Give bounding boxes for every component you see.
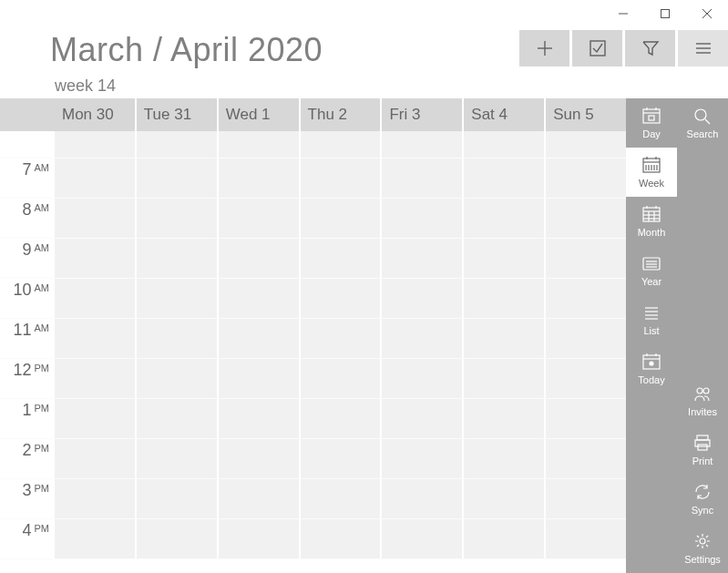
- calendar-cell[interactable]: [301, 239, 383, 278]
- calendar-cell[interactable]: [301, 479, 383, 518]
- calendar-cell[interactable]: [464, 319, 546, 358]
- menu-button[interactable]: [678, 30, 728, 67]
- calendar-cell[interactable]: [382, 399, 464, 438]
- action-invites[interactable]: Invites: [677, 376, 728, 425]
- calendar-cell[interactable]: [55, 199, 137, 238]
- day-header[interactable]: Sun 5: [546, 98, 626, 131]
- calendar-cell[interactable]: [137, 399, 219, 438]
- calendar-cell[interactable]: [382, 359, 464, 398]
- calendar-cell[interactable]: [219, 359, 301, 398]
- allday-row[interactable]: [0, 131, 626, 159]
- calendar-cell[interactable]: [382, 199, 464, 238]
- calendar-cell[interactable]: [301, 359, 383, 398]
- calendar-cell[interactable]: [55, 239, 137, 278]
- calendar-cell[interactable]: [546, 159, 626, 198]
- day-header[interactable]: Wed 1: [219, 98, 301, 131]
- calendar-cell[interactable]: [382, 479, 464, 518]
- close-button[interactable]: [686, 0, 728, 27]
- calendar-cell[interactable]: [301, 439, 383, 478]
- check-button[interactable]: [572, 30, 622, 67]
- calendar-cell[interactable]: [219, 479, 301, 518]
- calendar-cell[interactable]: [382, 319, 464, 358]
- calendar-cell[interactable]: [137, 159, 219, 198]
- calendar-cell[interactable]: [301, 319, 383, 358]
- time-grid[interactable]: 7AM 8AM 9AM 10AM 11AM: [0, 131, 626, 573]
- calendar-cell[interactable]: [219, 319, 301, 358]
- day-header[interactable]: Sat 4: [464, 98, 546, 131]
- calendar-cell[interactable]: [546, 479, 626, 518]
- calendar-cell[interactable]: [382, 439, 464, 478]
- calendar-cell[interactable]: [546, 399, 626, 438]
- calendar-cell[interactable]: [137, 131, 219, 158]
- calendar-cell[interactable]: [301, 131, 383, 158]
- calendar-cell[interactable]: [464, 399, 546, 438]
- calendar-cell[interactable]: [219, 239, 301, 278]
- maximize-button[interactable]: [644, 0, 686, 27]
- action-search[interactable]: Search: [677, 98, 728, 148]
- minimize-button[interactable]: [602, 0, 644, 27]
- calendar-cell[interactable]: [382, 519, 464, 558]
- day-header[interactable]: Mon 30: [55, 98, 137, 131]
- calendar-cell[interactable]: [219, 399, 301, 438]
- calendar-cell[interactable]: [55, 359, 137, 398]
- calendar-cell[interactable]: [137, 199, 219, 238]
- calendar-cell[interactable]: [137, 519, 219, 558]
- calendar-cell[interactable]: [382, 131, 464, 158]
- filter-button[interactable]: [625, 30, 675, 67]
- calendar-cell[interactable]: [55, 439, 137, 478]
- calendar-cell[interactable]: [219, 199, 301, 238]
- view-month[interactable]: Month: [626, 197, 677, 246]
- calendненергcell[interactable]: [546, 131, 626, 158]
- calendar-cell[interactable]: [137, 359, 219, 398]
- calendar-cell[interactable]: [137, 319, 219, 358]
- calendar-cell[interactable]: [382, 239, 464, 278]
- calendar-cell[interactable]: [55, 159, 137, 198]
- action-print[interactable]: Print: [677, 425, 728, 475]
- calendar-cell[interactable]: [382, 159, 464, 198]
- calendar-cell[interactable]: [301, 159, 383, 198]
- action-sync[interactable]: Sync: [677, 475, 728, 524]
- calendar-cell[interactable]: [464, 131, 546, 158]
- calendar-cell[interactable]: [55, 479, 137, 518]
- calendar-cell[interactable]: [301, 399, 383, 438]
- calendar-cell[interactable]: [464, 479, 546, 518]
- calendar-cell[interactable]: [55, 279, 137, 318]
- action-settings[interactable]: Settings: [677, 524, 728, 573]
- calendar-cell[interactable]: [55, 519, 137, 558]
- calendar-cell[interactable]: [55, 131, 137, 158]
- add-button[interactable]: [519, 30, 569, 67]
- calendar-cell[interactable]: [301, 199, 383, 238]
- calendar-cell[interactable]: [464, 439, 546, 478]
- calendar-cell[interactable]: [382, 279, 464, 318]
- calendar-cell[interactable]: [546, 319, 626, 358]
- calendar-cell[interactable]: [219, 159, 301, 198]
- calendar-cell[interactable]: [219, 439, 301, 478]
- day-header[interactable]: Thu 2: [301, 98, 383, 131]
- day-header[interactable]: Fri 3: [382, 98, 464, 131]
- calendar-cell[interactable]: [464, 519, 546, 558]
- day-header[interactable]: Tue 31: [137, 98, 219, 131]
- calendar-cell[interactable]: [546, 279, 626, 318]
- calendar-cell[interactable]: [301, 279, 383, 318]
- calendar-cell[interactable]: [546, 519, 626, 558]
- view-today[interactable]: Today: [626, 344, 677, 394]
- calendar-cell[interactable]: [301, 519, 383, 558]
- calendar-cell[interactable]: [55, 399, 137, 438]
- view-day[interactable]: Day: [626, 98, 677, 148]
- calendar-cell[interactable]: [464, 159, 546, 198]
- calendar-cell[interactable]: [137, 479, 219, 518]
- calendar-cell[interactable]: [464, 199, 546, 238]
- calendar-cell[interactable]: [137, 439, 219, 478]
- calendar-cell[interactable]: [546, 439, 626, 478]
- view-year[interactable]: Year: [626, 246, 677, 295]
- calendar-cell[interactable]: [219, 519, 301, 558]
- calendar-cell[interactable]: [546, 359, 626, 398]
- calendar-cell[interactable]: [464, 239, 546, 278]
- calendar-cell[interactable]: [137, 239, 219, 278]
- view-list[interactable]: List: [626, 295, 677, 344]
- calendar-cell[interactable]: [546, 199, 626, 238]
- calendar-cell[interactable]: [55, 319, 137, 358]
- calendar-cell[interactable]: [464, 359, 546, 398]
- calendar-cell[interactable]: [464, 279, 546, 318]
- calendar-cell[interactable]: [219, 131, 301, 158]
